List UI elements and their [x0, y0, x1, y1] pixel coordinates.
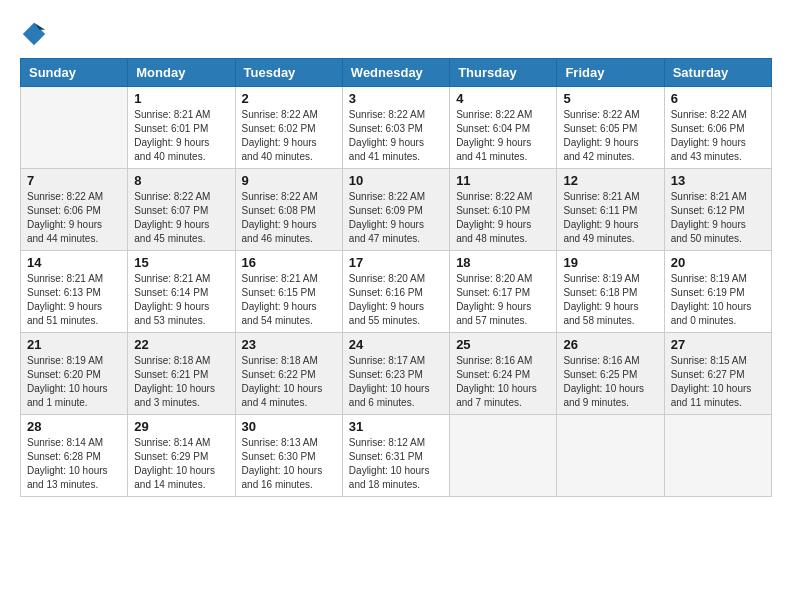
day-number: 9 [242, 173, 336, 188]
calendar-cell: 12Sunrise: 8:21 AM Sunset: 6:11 PM Dayli… [557, 169, 664, 251]
calendar-cell [664, 415, 771, 497]
day-number: 24 [349, 337, 443, 352]
day-number: 22 [134, 337, 228, 352]
day-number: 8 [134, 173, 228, 188]
calendar-cell: 23Sunrise: 8:18 AM Sunset: 6:22 PM Dayli… [235, 333, 342, 415]
calendar-cell: 17Sunrise: 8:20 AM Sunset: 6:16 PM Dayli… [342, 251, 449, 333]
day-number: 5 [563, 91, 657, 106]
day-number: 14 [27, 255, 121, 270]
day-info: Sunrise: 8:21 AM Sunset: 6:01 PM Dayligh… [134, 108, 228, 164]
day-info: Sunrise: 8:22 AM Sunset: 6:09 PM Dayligh… [349, 190, 443, 246]
day-info: Sunrise: 8:12 AM Sunset: 6:31 PM Dayligh… [349, 436, 443, 492]
day-info: Sunrise: 8:18 AM Sunset: 6:22 PM Dayligh… [242, 354, 336, 410]
day-number: 13 [671, 173, 765, 188]
day-info: Sunrise: 8:22 AM Sunset: 6:10 PM Dayligh… [456, 190, 550, 246]
calendar-cell [557, 415, 664, 497]
day-number: 18 [456, 255, 550, 270]
day-info: Sunrise: 8:21 AM Sunset: 6:13 PM Dayligh… [27, 272, 121, 328]
day-info: Sunrise: 8:14 AM Sunset: 6:28 PM Dayligh… [27, 436, 121, 492]
day-number: 12 [563, 173, 657, 188]
day-number: 25 [456, 337, 550, 352]
day-number: 17 [349, 255, 443, 270]
calendar-cell: 7Sunrise: 8:22 AM Sunset: 6:06 PM Daylig… [21, 169, 128, 251]
calendar-cell: 6Sunrise: 8:22 AM Sunset: 6:06 PM Daylig… [664, 87, 771, 169]
day-number: 3 [349, 91, 443, 106]
day-info: Sunrise: 8:22 AM Sunset: 6:06 PM Dayligh… [671, 108, 765, 164]
header-friday: Friday [557, 59, 664, 87]
day-number: 31 [349, 419, 443, 434]
week-row-3: 21Sunrise: 8:19 AM Sunset: 6:20 PM Dayli… [21, 333, 772, 415]
day-number: 1 [134, 91, 228, 106]
calendar-cell: 5Sunrise: 8:22 AM Sunset: 6:05 PM Daylig… [557, 87, 664, 169]
header-sunday: Sunday [21, 59, 128, 87]
day-info: Sunrise: 8:21 AM Sunset: 6:12 PM Dayligh… [671, 190, 765, 246]
calendar-cell: 10Sunrise: 8:22 AM Sunset: 6:09 PM Dayli… [342, 169, 449, 251]
calendar-cell: 31Sunrise: 8:12 AM Sunset: 6:31 PM Dayli… [342, 415, 449, 497]
day-number: 16 [242, 255, 336, 270]
calendar-cell: 8Sunrise: 8:22 AM Sunset: 6:07 PM Daylig… [128, 169, 235, 251]
day-info: Sunrise: 8:22 AM Sunset: 6:08 PM Dayligh… [242, 190, 336, 246]
calendar-cell: 3Sunrise: 8:22 AM Sunset: 6:03 PM Daylig… [342, 87, 449, 169]
day-number: 15 [134, 255, 228, 270]
day-number: 2 [242, 91, 336, 106]
header-monday: Monday [128, 59, 235, 87]
day-info: Sunrise: 8:15 AM Sunset: 6:27 PM Dayligh… [671, 354, 765, 410]
day-number: 7 [27, 173, 121, 188]
page-header [20, 20, 772, 48]
day-info: Sunrise: 8:22 AM Sunset: 6:04 PM Dayligh… [456, 108, 550, 164]
calendar-cell: 27Sunrise: 8:15 AM Sunset: 6:27 PM Dayli… [664, 333, 771, 415]
day-number: 27 [671, 337, 765, 352]
calendar-cell: 13Sunrise: 8:21 AM Sunset: 6:12 PM Dayli… [664, 169, 771, 251]
calendar-cell: 25Sunrise: 8:16 AM Sunset: 6:24 PM Dayli… [450, 333, 557, 415]
day-info: Sunrise: 8:22 AM Sunset: 6:05 PM Dayligh… [563, 108, 657, 164]
calendar-cell: 9Sunrise: 8:22 AM Sunset: 6:08 PM Daylig… [235, 169, 342, 251]
day-info: Sunrise: 8:20 AM Sunset: 6:16 PM Dayligh… [349, 272, 443, 328]
day-number: 26 [563, 337, 657, 352]
calendar-cell: 26Sunrise: 8:16 AM Sunset: 6:25 PM Dayli… [557, 333, 664, 415]
week-row-2: 14Sunrise: 8:21 AM Sunset: 6:13 PM Dayli… [21, 251, 772, 333]
day-info: Sunrise: 8:22 AM Sunset: 6:06 PM Dayligh… [27, 190, 121, 246]
day-info: Sunrise: 8:13 AM Sunset: 6:30 PM Dayligh… [242, 436, 336, 492]
calendar-cell: 28Sunrise: 8:14 AM Sunset: 6:28 PM Dayli… [21, 415, 128, 497]
day-number: 10 [349, 173, 443, 188]
calendar-cell: 24Sunrise: 8:17 AM Sunset: 6:23 PM Dayli… [342, 333, 449, 415]
svg-marker-0 [23, 23, 45, 45]
week-row-4: 28Sunrise: 8:14 AM Sunset: 6:28 PM Dayli… [21, 415, 772, 497]
day-info: Sunrise: 8:22 AM Sunset: 6:07 PM Dayligh… [134, 190, 228, 246]
calendar-cell: 14Sunrise: 8:21 AM Sunset: 6:13 PM Dayli… [21, 251, 128, 333]
calendar-cell: 16Sunrise: 8:21 AM Sunset: 6:15 PM Dayli… [235, 251, 342, 333]
day-info: Sunrise: 8:17 AM Sunset: 6:23 PM Dayligh… [349, 354, 443, 410]
day-number: 28 [27, 419, 121, 434]
day-number: 29 [134, 419, 228, 434]
header-tuesday: Tuesday [235, 59, 342, 87]
day-info: Sunrise: 8:18 AM Sunset: 6:21 PM Dayligh… [134, 354, 228, 410]
header-row: SundayMondayTuesdayWednesdayThursdayFrid… [21, 59, 772, 87]
day-number: 19 [563, 255, 657, 270]
day-info: Sunrise: 8:16 AM Sunset: 6:24 PM Dayligh… [456, 354, 550, 410]
calendar-cell: 1Sunrise: 8:21 AM Sunset: 6:01 PM Daylig… [128, 87, 235, 169]
logo [20, 20, 52, 48]
day-info: Sunrise: 8:20 AM Sunset: 6:17 PM Dayligh… [456, 272, 550, 328]
calendar-cell [21, 87, 128, 169]
header-saturday: Saturday [664, 59, 771, 87]
day-number: 20 [671, 255, 765, 270]
day-number: 21 [27, 337, 121, 352]
header-thursday: Thursday [450, 59, 557, 87]
calendar-cell: 22Sunrise: 8:18 AM Sunset: 6:21 PM Dayli… [128, 333, 235, 415]
header-wednesday: Wednesday [342, 59, 449, 87]
day-info: Sunrise: 8:21 AM Sunset: 6:14 PM Dayligh… [134, 272, 228, 328]
calendar-cell: 2Sunrise: 8:22 AM Sunset: 6:02 PM Daylig… [235, 87, 342, 169]
calendar-cell: 15Sunrise: 8:21 AM Sunset: 6:14 PM Dayli… [128, 251, 235, 333]
day-info: Sunrise: 8:21 AM Sunset: 6:15 PM Dayligh… [242, 272, 336, 328]
calendar-cell: 11Sunrise: 8:22 AM Sunset: 6:10 PM Dayli… [450, 169, 557, 251]
week-row-0: 1Sunrise: 8:21 AM Sunset: 6:01 PM Daylig… [21, 87, 772, 169]
logo-icon [20, 20, 48, 48]
day-info: Sunrise: 8:14 AM Sunset: 6:29 PM Dayligh… [134, 436, 228, 492]
day-info: Sunrise: 8:21 AM Sunset: 6:11 PM Dayligh… [563, 190, 657, 246]
day-info: Sunrise: 8:16 AM Sunset: 6:25 PM Dayligh… [563, 354, 657, 410]
calendar-cell: 20Sunrise: 8:19 AM Sunset: 6:19 PM Dayli… [664, 251, 771, 333]
day-number: 23 [242, 337, 336, 352]
calendar-cell: 4Sunrise: 8:22 AM Sunset: 6:04 PM Daylig… [450, 87, 557, 169]
calendar-cell: 19Sunrise: 8:19 AM Sunset: 6:18 PM Dayli… [557, 251, 664, 333]
day-info: Sunrise: 8:19 AM Sunset: 6:18 PM Dayligh… [563, 272, 657, 328]
